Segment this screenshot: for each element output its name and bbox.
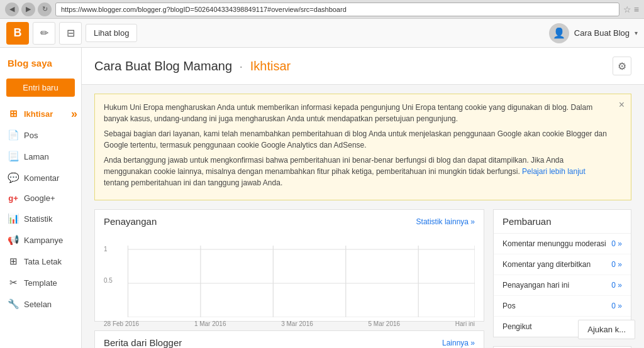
cookie-para3: Anda bertanggung jawab untuk mengkonfirm…	[104, 155, 612, 188]
sidebar-blog-title[interactable]: Blog saya	[0, 53, 81, 76]
sidebar-label-googleplus: Google+	[24, 193, 55, 203]
statistik-lainnya-link[interactable]: Statistik lainnya »	[416, 217, 475, 226]
content-area: Cara Buat Blog Mamang · Ikhtisar ⚙ × Huk…	[82, 48, 644, 348]
pembaruan-row-3: Pos 0 »	[494, 296, 631, 317]
back-button[interactable]: ◀	[5, 3, 19, 16]
x-label-1: 1 Mar 2016	[194, 320, 226, 327]
pembaruan-row-1: Komentar yang diterbitkan 0 »	[494, 254, 631, 275]
pembaruan-value-2[interactable]: 0 »	[611, 281, 622, 290]
pembaruan-card: Pembaruan Komentar menunggu moderasi 0 »…	[493, 209, 631, 337]
content-grid: Penayangan Statistik lainnya » 1 0.5	[82, 209, 644, 348]
page-section: Ikhtisar	[250, 59, 291, 73]
penayangan-chart	[104, 242, 475, 317]
home-icon: ⊞	[8, 108, 19, 119]
komentar-icon: 💬	[8, 172, 19, 183]
kampanye-icon: 📢	[8, 234, 19, 246]
penayangan-header: Penayangan Statistik lainnya »	[95, 210, 484, 233]
pembaruan-value-1[interactable]: 0 »	[611, 260, 622, 269]
sidebar-item-googleplus[interactable]: g+ Google+	[0, 188, 81, 208]
tata-letak-icon: ⊞	[8, 256, 19, 267]
cookie-close-button[interactable]: ×	[619, 99, 625, 111]
sidebar-item-kampanye[interactable]: 📢 Kampanye	[0, 229, 81, 251]
sidebar-label-tata-letak: Tata Letak	[24, 257, 62, 266]
sidebar-label-statistik: Statistik	[24, 214, 53, 224]
user-name[interactable]: Cara Buat Blog	[574, 28, 630, 38]
cookie-para2: Sebagai bagian dari layanan, kami telah …	[104, 128, 612, 151]
sidebar-item-laman[interactable]: 📃 Laman	[0, 146, 81, 167]
pembaruan-label-0: Komentar menunggu moderasi	[502, 239, 606, 248]
view-blog-button[interactable]: Lihat blog	[86, 24, 137, 42]
sidebar-item-pos[interactable]: 📄 Pos	[0, 124, 81, 146]
x-label-3: 5 Mar 2016	[369, 320, 401, 327]
sidebar-item-setelan[interactable]: 🔧 Setelan	[0, 293, 81, 315]
pembaruan-value-3[interactable]: 0 »	[611, 302, 622, 310]
sidebar-label-komentar: Komentar	[24, 173, 59, 183]
x-label-0: 28 Feb 2016	[104, 320, 139, 327]
pembaruan-label-4: Pengikut	[502, 322, 532, 331]
pembaruan-row-2: Penayangan hari ini 0 »	[494, 275, 631, 296]
googleplus-icon: g+	[8, 193, 19, 203]
sidebar: Blog saya Entri baru ⊞ Ikhtisar » 📄 Pos …	[0, 48, 82, 348]
bookmark-icon[interactable]: ☆	[623, 4, 631, 14]
penayangan-title: Penayangan	[104, 216, 157, 227]
berita-title: Berita dari Blogger	[104, 337, 182, 348]
page-header: Cara Buat Blog Mamang · Ikhtisar ⚙	[82, 48, 644, 85]
blog-name: Cara Buat Blog Mamang	[94, 59, 232, 73]
sidebar-item-komentar[interactable]: 💬 Komentar	[0, 167, 81, 188]
sidebar-label-setelan: Setelan	[24, 300, 52, 309]
list-icon-button[interactable]: ⊟	[59, 22, 82, 45]
cookie-notice: × Hukum Uni Eropa mengharuskan Anda untu…	[94, 94, 631, 200]
sidebar-label-ikhtisar: Ikhtisar	[24, 109, 53, 119]
user-dropdown-arrow[interactable]: ▾	[635, 30, 638, 36]
chart-y-label-05: 0.5	[104, 277, 113, 284]
separator-dot: ·	[240, 59, 243, 73]
pembaruan-label-3: Pos	[502, 302, 516, 310]
top-toolbar: B ✏ ⊟ Lihat blog 👤 Cara Buat Blog ▾	[0, 19, 644, 48]
pembaruan-value-0[interactable]: 0 »	[611, 239, 622, 248]
pembaruan-row-0: Komentar menunggu moderasi 0 »	[494, 234, 631, 254]
statistik-icon: 📊	[8, 213, 19, 224]
blogger-logo[interactable]: B	[6, 22, 29, 45]
pembaruan-label-2: Penayangan hari ini	[502, 281, 569, 290]
address-bar[interactable]	[55, 3, 619, 16]
page-title: Cara Buat Blog Mamang · Ikhtisar	[94, 59, 291, 73]
chart-y-label-1: 1	[104, 246, 108, 253]
sidebar-label-pos: Pos	[24, 131, 38, 140]
pos-icon: 📄	[8, 129, 19, 141]
sidebar-item-ikhtisar[interactable]: ⊞ Ikhtisar »	[0, 103, 81, 124]
sidebar-item-tata-letak[interactable]: ⊞ Tata Letak	[0, 251, 81, 272]
content-left: Penayangan Statistik lainnya » 1 0.5	[94, 209, 484, 348]
sidebar-item-statistik[interactable]: 📊 Statistik	[0, 208, 81, 229]
sidebar-label-kampanye: Kampanye	[24, 236, 63, 245]
chart-x-labels: 28 Feb 2016 1 Mar 2016 3 Mar 2016 5 Mar …	[104, 319, 475, 327]
page-settings-button[interactable]: ⚙	[613, 57, 631, 75]
sidebar-item-template[interactable]: ✂ Template	[0, 272, 81, 293]
refresh-button[interactable]: ↻	[38, 3, 52, 16]
active-arrow: »	[71, 107, 77, 121]
x-label-2: 3 Mar 2016	[281, 320, 313, 327]
pembaruan-title: Pembaruan	[494, 210, 631, 234]
sidebar-label-laman: Laman	[24, 152, 49, 161]
browser-chrome: ◀ ▶ ↻ ☆ ≡	[0, 0, 644, 19]
berita-lainnya-link[interactable]: Lainnya »	[442, 339, 475, 347]
pembaruan-label-1: Komentar yang diterbitkan	[502, 260, 591, 269]
sidebar-label-template: Template	[24, 278, 57, 288]
x-label-4: Hari ini	[455, 320, 475, 327]
cookie-learn-more-link[interactable]: Pelajari lebih lanjut	[522, 167, 586, 176]
laman-icon: 📃	[8, 151, 19, 162]
edit-icon-button[interactable]: ✏	[33, 22, 55, 45]
setelan-icon: 🔧	[8, 298, 19, 310]
berita-header: Berita dari Blogger Lainnya »	[95, 331, 484, 348]
ajukan-button[interactable]: Ajukan k...	[578, 320, 635, 339]
berita-section: Berita dari Blogger Lainnya » An update …	[94, 330, 484, 348]
new-post-button[interactable]: Entri baru	[6, 79, 75, 97]
penayangan-card: Penayangan Statistik lainnya » 1 0.5	[94, 209, 484, 322]
cookie-para1: Hukum Uni Eropa mengharuskan Anda untuk …	[104, 102, 612, 124]
user-avatar: 👤	[549, 23, 569, 43]
template-icon: ✂	[8, 277, 19, 288]
chart-area: 1 0.5	[95, 233, 484, 321]
forward-button[interactable]: ▶	[21, 3, 35, 16]
settings-icon[interactable]: ≡	[634, 4, 639, 14]
